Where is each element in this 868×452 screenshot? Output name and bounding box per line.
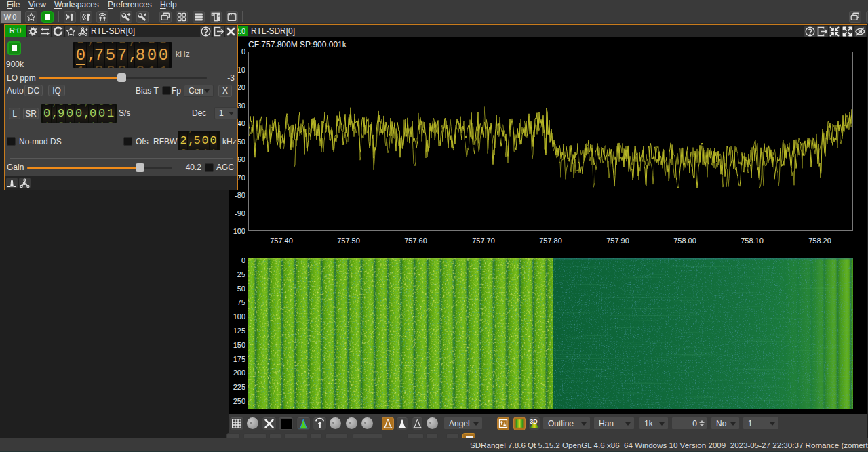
svg-text:3D: 3D <box>530 418 538 425</box>
